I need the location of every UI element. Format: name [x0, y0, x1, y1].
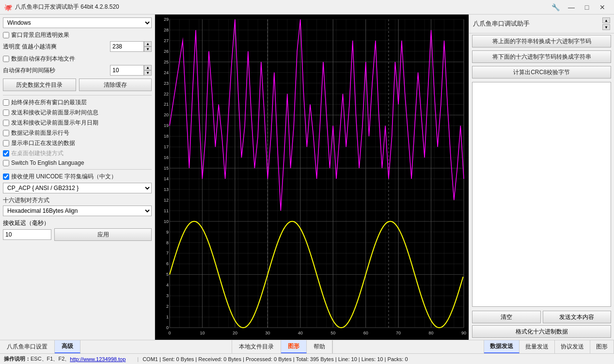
- hex-align-label: 十六进制对齐方式: [3, 196, 152, 205]
- show-date-checkbox[interactable]: [3, 120, 9, 126]
- english-checkbox-row: Switch To English Language: [3, 159, 152, 166]
- opacity-input[interactable]: 238: [110, 41, 144, 52]
- titlebar: 🐙 八爪鱼串口开发调试助手 64bit 4.2.8.520 🔧 — □ ✕: [0, 0, 614, 15]
- main-layout: Windows 窗口背景启用透明效果 透明度 值越小越清爽 238 ▲ ▼: [0, 15, 614, 364]
- opacity-label: 透明度 值越小越清爽: [3, 43, 110, 51]
- delay-label: 接收延迟（毫秒）: [3, 219, 152, 227]
- windows-dropdown[interactable]: Windows: [3, 17, 152, 28]
- show-time-label: 发送和接收记录前面显示时间信息: [11, 109, 98, 117]
- transparent-checkbox-row: 窗口背景启用透明效果: [3, 31, 152, 39]
- tab-local-files[interactable]: 本地文件目录: [232, 340, 281, 353]
- tab-graph-right[interactable]: 图形: [590, 340, 614, 353]
- to-hex-button[interactable]: 将上面的字符串转换成十六进制字节码: [472, 35, 611, 47]
- format-hex-button[interactable]: 格式化十六进制数据: [472, 325, 611, 338]
- ops-text: ESC、F1、F2、: [31, 355, 70, 363]
- tab-graph-center[interactable]: 图形: [281, 340, 307, 353]
- show-sending-checkbox-row: 显示串口正在发送的数据: [3, 139, 152, 147]
- autosave-interval-input[interactable]: 10: [110, 65, 144, 76]
- content-area: Windows 窗口背景启用透明效果 透明度 值越小越清爽 238 ▲ ▼: [0, 15, 614, 340]
- right-tab-group: 数据发送 批量发送 协议发送 图形: [484, 340, 614, 353]
- right-scroll-up-btn[interactable]: ▲: [602, 17, 610, 23]
- show-sending-checkbox[interactable]: [3, 140, 9, 146]
- unicode-checkbox[interactable]: [3, 174, 9, 180]
- right-scroll-btns: ▲ ▼: [602, 17, 610, 30]
- statusbar: 操作说明： ESC、F1、F2、 http://www.1234998.top …: [0, 353, 614, 364]
- autosave-interval-label: 自动保存时间间隔秒: [3, 66, 110, 75]
- show-time-checkbox-row: 发送和接收记录前面显示时间信息: [3, 109, 152, 117]
- to-str-button[interactable]: 将下面的十六进制字节码转换成字符串: [472, 50, 611, 63]
- windows-dropdown-row: Windows: [3, 17, 152, 28]
- close-button[interactable]: ✕: [595, 2, 610, 12]
- tab-spacer2: [333, 340, 484, 353]
- tab-data-send[interactable]: 数据发送: [484, 340, 520, 353]
- app-title: 八爪鱼串口开发调试助手 64bit 4.2.8.520: [15, 3, 551, 11]
- chart-area: [155, 15, 469, 340]
- com-status: COM1 | Sent: 0 Bytes | Received: 0 Bytes…: [142, 356, 408, 362]
- chart-canvas: [155, 15, 469, 340]
- topmost-checkbox-row: 始终保持在所有窗口的最顶层: [3, 98, 152, 107]
- transparent-checkbox[interactable]: [3, 32, 9, 38]
- tab-protocol-send[interactable]: 协议发送: [555, 340, 590, 353]
- right-bottom-btns: 清空 发送文本内容: [469, 309, 614, 325]
- delay-row: 10 应用: [3, 228, 152, 241]
- maximize-button[interactable]: □: [579, 2, 595, 12]
- opacity-row: 透明度 值越小越清爽 238 ▲ ▼: [3, 41, 152, 52]
- tab-advanced[interactable]: 高级: [55, 340, 80, 353]
- status-sep: |: [137, 356, 139, 362]
- tab-help[interactable]: 帮助: [307, 340, 332, 353]
- english-label: Switch To English Language: [11, 159, 84, 166]
- shortcut-checkbox-row: 在桌面创建快捷方式: [3, 149, 152, 158]
- autosave-checkbox-row: 数据自动保存到本地文件: [3, 55, 152, 63]
- opacity-down-btn[interactable]: ▼: [144, 47, 152, 52]
- autosave-interval-row: 自动保存时间间隔秒 10 ▲ ▼: [3, 65, 152, 76]
- show-date-label: 发送和接收记录前面显示年月日期: [11, 119, 98, 127]
- show-line-label: 数据记录前面显示行号: [11, 129, 69, 137]
- show-date-checkbox-row: 发送和接收记录前面显示年月日期: [3, 119, 152, 127]
- shortcut-label: 在桌面创建快捷方式: [11, 149, 63, 158]
- opacity-up-btn[interactable]: ▲: [144, 41, 152, 47]
- history-clear-row: 历史数据文件目录 清除缓存: [3, 79, 152, 91]
- english-checkbox[interactable]: [3, 160, 9, 166]
- right-title-text: 八爪鱼串口调试助手: [473, 19, 530, 28]
- help-icon[interactable]: 🔧: [551, 3, 560, 11]
- com-encoding-dropdown[interactable]: CP_ACP { ANSI / GB2312 }: [3, 183, 152, 193]
- tab-serial-settings[interactable]: 八爪鱼串口设置: [0, 340, 55, 353]
- transparent-label: 窗口背景启用透明效果: [11, 31, 69, 39]
- shortcut-checkbox[interactable]: [3, 150, 9, 157]
- history-dir-button[interactable]: 历史数据文件目录: [3, 79, 76, 91]
- clear-cache-button[interactable]: 清除缓存: [79, 79, 152, 91]
- autosave-checkbox[interactable]: [3, 56, 9, 62]
- bottom-tabbar: 八爪鱼串口设置 高级 本地文件目录 图形 帮助 数据发送 批量发送 协议发送 图…: [0, 340, 614, 353]
- unicode-checkbox-row: 接收使用 UNICODE 字符集编码（中文）: [3, 173, 152, 181]
- left-panel: Windows 窗口背景启用透明效果 透明度 值越小越清爽 238 ▲ ▼: [0, 15, 155, 340]
- autosave-interval-up-btn[interactable]: ▲: [144, 65, 152, 70]
- show-line-checkbox[interactable]: [3, 130, 9, 136]
- topmost-checkbox[interactable]: [3, 99, 9, 106]
- status-link[interactable]: http://www.1234998.top: [70, 356, 126, 362]
- crc8-button[interactable]: 计算出CRC8校验字节: [472, 66, 611, 79]
- divider2: [3, 169, 152, 170]
- topmost-label: 始终保持在所有窗口的最顶层: [11, 98, 87, 107]
- clear-button[interactable]: 清空: [472, 311, 541, 323]
- autosave-label: 数据自动保存到本地文件: [11, 55, 75, 63]
- ops-label: 操作说明：: [4, 355, 31, 363]
- right-panel: 八爪鱼串口调试助手 ▲ ▼ 将上面的字符串转换成十六进制字节码 将下面的十六进制…: [469, 15, 614, 340]
- delay-input[interactable]: 10: [3, 229, 51, 240]
- tab-batch-send[interactable]: 批量发送: [520, 340, 555, 353]
- right-textarea[interactable]: [472, 82, 611, 307]
- apply-button[interactable]: 应用: [54, 228, 152, 241]
- left-tab-group: 八爪鱼串口设置 高级: [0, 340, 80, 353]
- hex-align-dropdown[interactable]: Hexadecimal 16Bytes Align: [3, 206, 152, 216]
- right-scroll-down-btn[interactable]: ▼: [602, 24, 610, 30]
- center-tab-group: 本地文件目录 图形 帮助: [232, 340, 333, 353]
- opacity-spinner: 238 ▲ ▼: [110, 41, 152, 52]
- send-text-button[interactable]: 发送文本内容: [543, 311, 612, 323]
- minimize-button[interactable]: —: [564, 2, 579, 12]
- delay-section: 接收延迟（毫秒） 10 应用: [3, 219, 152, 241]
- show-line-checkbox-row: 数据记录前面显示行号: [3, 129, 152, 137]
- autosave-interval-spinner: 10 ▲ ▼: [110, 65, 152, 76]
- autosave-interval-down-btn[interactable]: ▼: [144, 70, 152, 76]
- show-time-checkbox[interactable]: [3, 110, 9, 116]
- tab-spacer1: [80, 340, 232, 353]
- autosave-interval-spinner-btns: ▲ ▼: [144, 65, 152, 76]
